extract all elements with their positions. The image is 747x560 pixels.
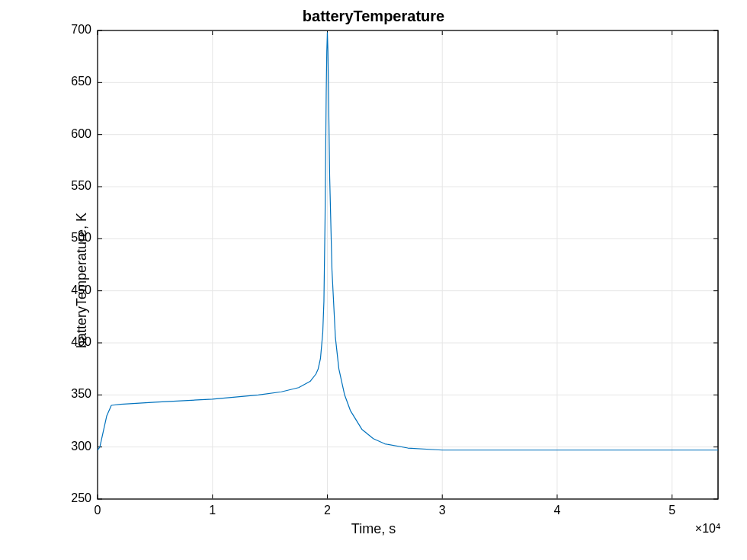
- svg-rect-0: [98, 30, 718, 499]
- y-tick-label: 550: [53, 179, 91, 193]
- x-tick-label: 2: [312, 504, 342, 517]
- y-tick-label: 600: [53, 127, 91, 141]
- y-tick-label: 300: [53, 440, 91, 453]
- svg-rect-49: [98, 30, 718, 499]
- x-tick-label: 0: [82, 504, 113, 517]
- y-tick-label: 400: [53, 335, 91, 349]
- x-tick-label: 5: [657, 504, 688, 517]
- x-tick-label: 1: [197, 504, 228, 517]
- y-tick-label: 250: [53, 491, 91, 505]
- y-tick-label: 450: [53, 283, 91, 297]
- chart-figure: batteryTemperature batteryTemperature, K…: [0, 0, 747, 560]
- plot-svg: [0, 0, 747, 560]
- y-tick-label: 350: [53, 387, 91, 401]
- x-tick-label: 3: [427, 504, 457, 517]
- y-tick-label: 700: [53, 23, 91, 37]
- y-tick-label: 500: [53, 231, 91, 245]
- y-tick-label: 650: [53, 75, 91, 88]
- x-tick-label: 4: [542, 504, 572, 517]
